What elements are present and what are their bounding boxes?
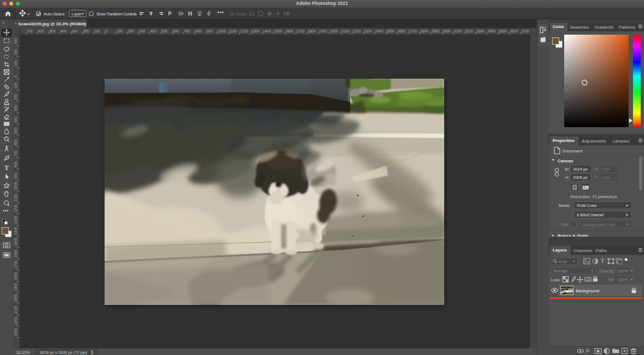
svg-text:13: 13 — [586, 278, 590, 281]
svg-text:T: T — [4, 164, 9, 171]
